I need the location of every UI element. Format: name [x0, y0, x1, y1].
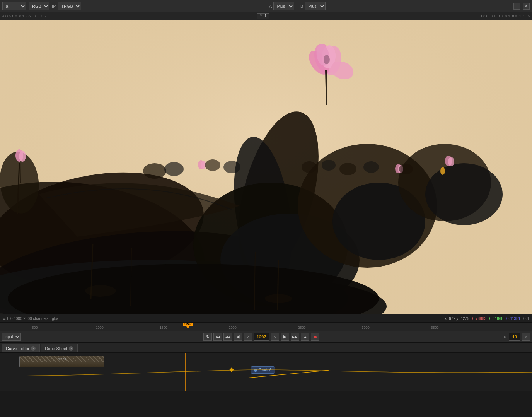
svg-point-42 — [143, 163, 166, 179]
ruler-15: 1.5 — [41, 14, 46, 18]
play-fwd-button[interactable]: ▷ — [271, 333, 279, 341]
tab-dope-sheet-close[interactable]: × — [69, 346, 73, 351]
tab-curve-editor[interactable]: Curve Editor × — [2, 344, 40, 352]
svg-point-35 — [440, 167, 445, 175]
status-info: x: 0 0 4000 2000 channels: rgba — [3, 316, 445, 321]
transport-bar: input ↻ ⏮ ◀◀ ◀ ◁ 1297 ▷ ▶ ▶▶ ⏭ ⏺ « 10 » — [0, 331, 532, 343]
viewer-area[interactable] — [0, 20, 532, 314]
status-b-value: 0.41381 — [506, 316, 520, 321]
mask-label: mask — [58, 357, 66, 361]
svg-point-43 — [164, 162, 184, 176]
tab-curve-editor-close[interactable]: × — [31, 346, 36, 351]
next-keyframe-button[interactable]: ▶▶ — [291, 333, 299, 341]
svg-point-27 — [19, 151, 26, 162]
ruler-3500: 3500 — [431, 326, 439, 330]
channel-select[interactable]: a RGB RGBA alpha — [2, 2, 26, 10]
ruler-01: 0.1 — [19, 14, 24, 18]
ruler-r04: 0.4 — [505, 14, 510, 18]
ruler-500: 500 — [32, 326, 38, 330]
ip-colorspace-select[interactable]: sRGB linear — [58, 2, 81, 10]
window-min-button[interactable]: □ — [513, 3, 520, 10]
current-frame-display[interactable]: 1297 — [254, 333, 269, 341]
status-bar: x: 0 0 4000 2000 channels: rgba x=672 y=… — [0, 314, 532, 323]
grade6-node-label: Grade6 — [259, 368, 271, 372]
ruler-r01: 0.1 — [491, 14, 496, 18]
timeline-playhead-line — [185, 353, 186, 391]
prev-keyframe-button[interactable]: ◀◀ — [223, 333, 232, 341]
colorspace-select[interactable]: RGB HSV — [29, 2, 49, 10]
speed-label: « — [502, 335, 507, 339]
play-back-button[interactable]: ◁ — [244, 333, 252, 341]
svg-point-23 — [324, 55, 330, 64]
tab-curve-editor-label: Curve Editor — [6, 346, 29, 351]
svg-point-44 — [205, 159, 220, 171]
speed-more-button[interactable]: » — [522, 333, 530, 341]
ruler-r08: 0.8 — [512, 14, 517, 18]
ruler-100: 1.0.0 — [481, 14, 488, 18]
viewer-image — [0, 20, 532, 314]
ruler-r1: 1 — [519, 14, 521, 18]
grade6-node[interactable]: Grade6 — [251, 366, 275, 374]
viewer-b-label: B — [300, 4, 303, 9]
svg-rect-51 — [229, 367, 234, 372]
mask-clip[interactable]: mask — [19, 356, 104, 367]
top-toolbar: a RGB RGBA alpha RGB HSV IP sRGB linear … — [0, 0, 532, 12]
svg-point-48 — [339, 163, 356, 175]
viewer-a-label: A — [269, 4, 272, 9]
end-button[interactable]: ⏭ — [301, 333, 309, 341]
status-a-value: 0.4 — [523, 316, 529, 321]
ruler-r3: 3 — [523, 14, 525, 18]
viewer-dash: - — [297, 4, 298, 9]
tab-dope-sheet-label: Dope Sheet — [45, 346, 67, 351]
ruler-r5: 5 — [528, 14, 530, 18]
viewer-b-mode-select[interactable]: Plus Over — [305, 2, 326, 10]
begin-button[interactable]: ⏮ — [213, 333, 222, 341]
status-right: x=672 y=1275 0.78883 0.61868 0.41381 0.4 — [445, 316, 529, 321]
next-frame-button[interactable]: ▶ — [281, 333, 289, 341]
svg-point-49 — [363, 161, 379, 173]
svg-point-45 — [223, 161, 240, 173]
svg-point-34 — [448, 157, 454, 166]
ruler-2000: 2000 — [229, 326, 237, 330]
loop-button[interactable]: ↻ — [203, 333, 212, 341]
input-select[interactable]: input — [2, 333, 21, 341]
ruler-03: 0.3 — [34, 14, 39, 18]
svg-point-50 — [399, 164, 413, 174]
svg-point-46 — [302, 161, 317, 173]
tab-dope-sheet[interactable]: Dope Sheet × — [41, 344, 78, 352]
window-close-button[interactable]: × — [523, 3, 530, 10]
ip-label: IP — [52, 4, 56, 9]
painting-svg — [0, 20, 532, 314]
gain-y-label: Y 1 — [257, 13, 269, 19]
ruler-02: 0.2 — [27, 14, 32, 18]
viewer-a-group: A Plus Over — [269, 2, 294, 10]
ruler-r03: 0.3 — [498, 14, 503, 18]
record-button[interactable]: ⏺ — [311, 333, 319, 341]
svg-point-40 — [85, 285, 116, 297]
ruler-1000: 1000 — [96, 326, 104, 330]
svg-point-41 — [265, 294, 292, 303]
prev-frame-button[interactable]: ◀ — [234, 333, 242, 341]
playback-speed[interactable]: 10 — [509, 333, 520, 341]
viewer-a-mode-select[interactable]: Plus Over — [273, 2, 294, 10]
ruler-3000: 3000 — [362, 326, 370, 330]
viewer-b-group: B Plus Over — [300, 2, 326, 10]
status-r-value: 0.78883 — [472, 316, 486, 321]
ruler-neg5: -0005 0.0 — [2, 14, 17, 18]
svg-line-24 — [326, 70, 327, 105]
tabs-bar: Curve Editor × Dope Sheet × — [0, 343, 532, 353]
grade6-node-dot — [254, 369, 257, 372]
ruler-2500: 2500 — [298, 326, 306, 330]
ruler-bar: -0005 0.0 0.1 0.2 0.3 1.5 Y 1 1.0.0 0.1 … — [0, 12, 532, 20]
status-coords: x=672 y=1275 — [445, 316, 469, 321]
status-g-value: 0.61868 — [489, 316, 503, 321]
svg-point-47 — [322, 160, 336, 171]
curve-editor-area[interactable]: mask Grade6 — [0, 353, 532, 391]
svg-line-28 — [20, 161, 20, 183]
ruler-1500: 1500 — [160, 326, 167, 330]
timeline-ruler[interactable]: 1297 500 1000 1500 2000 2500 3000 3500 — [0, 323, 532, 331]
svg-point-14 — [425, 163, 503, 225]
